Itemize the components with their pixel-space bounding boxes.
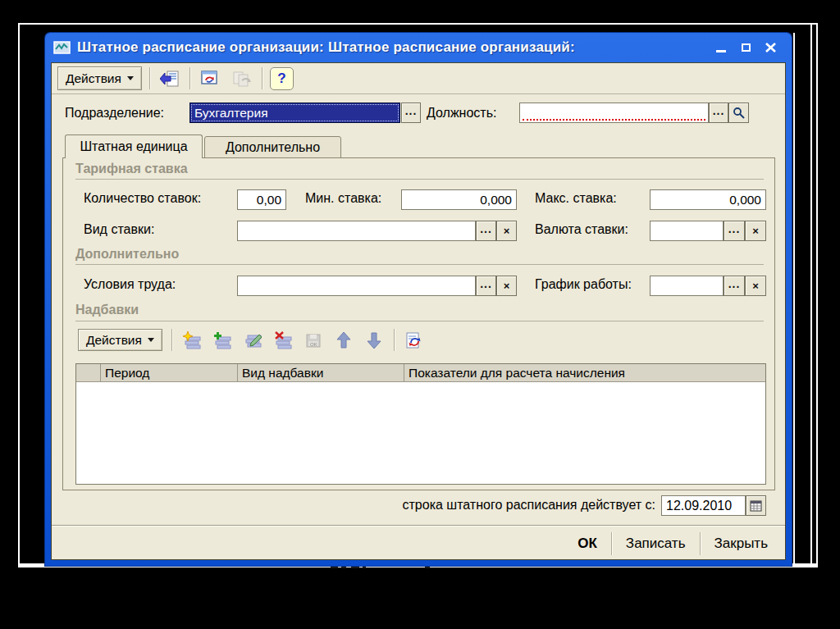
department-lookup-button[interactable]: ...	[401, 103, 421, 123]
rate-currency-clear-button[interactable]: ×	[745, 221, 766, 241]
allowances-section-title: Надбавки	[75, 303, 139, 317]
refresh-icon	[404, 331, 424, 349]
copy-row-button[interactable]	[212, 330, 233, 349]
toolbar-separator	[171, 329, 172, 351]
rate-kind-lookup-button[interactable]: ...	[476, 221, 496, 241]
delete-row-icon	[273, 331, 293, 349]
maximize-button[interactable]	[739, 41, 752, 54]
work-conditions-lookup-button[interactable]: ...	[476, 276, 496, 296]
tab-staff-unit[interactable]: Штатная единица	[65, 134, 203, 158]
toolbar-separator	[394, 329, 395, 351]
add-row-icon	[182, 331, 202, 349]
move-up-button[interactable]	[333, 330, 354, 349]
tariff-section-title: Тарифная ставка	[75, 162, 188, 176]
footer-button-bar: ОК Записать Закрыть	[52, 527, 785, 559]
copy-document-button[interactable]	[230, 67, 254, 89]
allowances-table-body[interactable]	[76, 382, 765, 485]
section-divider	[75, 264, 764, 265]
finish-edit-icon: OK	[304, 331, 323, 349]
finish-edit-button[interactable]: OK	[303, 330, 324, 349]
add-row-button[interactable]	[181, 330, 203, 349]
move-down-button[interactable]	[363, 330, 385, 349]
title-bar[interactable]: Штатное расписание организации: Штатное …	[51, 33, 786, 62]
delete-row-button[interactable]	[272, 330, 294, 349]
go-to-list-button[interactable]	[158, 67, 182, 89]
max-rate-field[interactable]: 0,000	[650, 189, 766, 210]
edit-row-button[interactable]	[242, 330, 263, 349]
slide-frame-top	[18, 23, 818, 25]
go-back-arrow-icon	[160, 71, 180, 87]
tab-additional[interactable]: Дополнительно	[204, 136, 341, 158]
rate-currency-field[interactable]	[650, 221, 724, 241]
slide-frame-right-inner	[810, 23, 812, 567]
allowances-table[interactable]: Период Вид надбавки Показатели для расче…	[75, 363, 766, 485]
ok-button[interactable]: ОК	[564, 531, 611, 556]
window-title: Штатное расписание организации: Штатное …	[77, 39, 708, 56]
main-toolbar: Действия	[52, 63, 785, 94]
tariff-kind-row: Вид ставки: ... × Валюта ставки: ... ×	[63, 221, 774, 241]
search-icon	[733, 107, 745, 119]
rate-kind-label: Вид ставки:	[84, 222, 154, 237]
tariff-values-row: Количество ставок: 0,00 Мин. ставка: 0,0…	[63, 189, 774, 210]
reread-button[interactable]	[198, 67, 222, 89]
work-conditions-field[interactable]	[237, 276, 476, 296]
allowances-actions-label: Действия	[86, 333, 142, 348]
position-field[interactable]	[519, 103, 709, 123]
copy-icon	[232, 71, 252, 87]
work-schedule-clear-button[interactable]: ×	[745, 276, 766, 296]
department-field[interactable]: Бухгалтерия	[189, 103, 400, 123]
validity-date-label: строка штатного расписания действует с:	[403, 498, 655, 513]
edit-row-icon	[243, 331, 262, 349]
rate-currency-lookup-button[interactable]: ...	[724, 221, 745, 241]
quantity-field[interactable]: 0,00	[237, 189, 286, 210]
rate-kind-field[interactable]	[237, 221, 476, 241]
work-schedule-field[interactable]	[650, 276, 724, 296]
allowances-table-header: Период Вид надбавки Показатели для расче…	[76, 364, 765, 382]
dialog-window: Штатное расписание организации: Штатное …	[45, 33, 792, 566]
toolbar-separator	[262, 67, 262, 89]
work-conditions-label: Условия труда:	[84, 277, 176, 292]
minimize-icon	[716, 50, 726, 52]
work-conditions-clear-button[interactable]: ×	[496, 276, 517, 296]
slide-frame-right-outer	[816, 23, 818, 567]
validity-date-row: строка штатного расписания действует с: …	[52, 495, 785, 516]
calendar-icon	[750, 500, 762, 512]
reread-icon	[201, 71, 219, 86]
section-divider	[75, 179, 764, 180]
rate-kind-clear-button[interactable]: ×	[496, 221, 517, 241]
minimize-button[interactable]	[714, 41, 728, 54]
close-button[interactable]	[764, 41, 777, 54]
chevron-down-icon	[127, 76, 134, 80]
slide-background: Штатное расписание организации: Штатное …	[0, 0, 840, 629]
row-selector-column-header	[76, 364, 101, 381]
move-up-icon	[336, 331, 351, 349]
slide-frame-right-window	[793, 33, 795, 567]
max-rate-label: Макс. ставка:	[535, 191, 617, 206]
position-lookup-button[interactable]: ...	[709, 103, 728, 123]
close-icon	[765, 43, 776, 52]
calendar-button[interactable]	[746, 495, 766, 516]
min-rate-field[interactable]: 0,000	[401, 189, 517, 210]
position-search-button[interactable]	[728, 103, 749, 123]
window-controls	[714, 41, 777, 54]
slide-frame-left	[18, 23, 20, 567]
close-window-button[interactable]: Закрыть	[701, 531, 782, 556]
refresh-table-button[interactable]	[404, 330, 425, 349]
rate-currency-label: Валюта ставки:	[535, 222, 628, 237]
indicators-column-header: Показатели для расчета начисления	[404, 364, 765, 381]
conditions-row: Условия труда: ... × График работы: ... …	[63, 276, 774, 296]
allowances-toolbar: Действия	[78, 327, 761, 353]
help-button[interactable]: ?	[270, 67, 294, 90]
copy-row-icon	[212, 331, 232, 349]
actions-menu-button[interactable]: Действия	[57, 66, 142, 90]
work-schedule-lookup-button[interactable]: ...	[724, 276, 745, 296]
department-label: Подразделение:	[65, 106, 164, 121]
toolbar-separator	[189, 67, 190, 89]
additional-section-title: Дополнительно	[75, 247, 179, 262]
validity-date-field[interactable]: 12.09.2010	[661, 495, 746, 516]
allowances-actions-menu-button[interactable]: Действия	[78, 329, 162, 351]
save-button[interactable]: Записать	[612, 531, 700, 556]
help-icon: ?	[277, 71, 285, 87]
maximize-icon	[742, 43, 751, 52]
svg-text:OK: OK	[310, 342, 317, 347]
